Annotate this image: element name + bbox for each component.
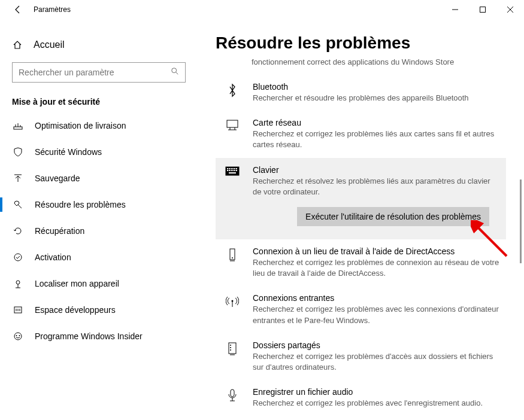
page-title: Résoudre les problèmes (216, 34, 506, 53)
network-adapter-icon (222, 118, 243, 150)
troubleshooter-desc: Recherchez et résolvez les problèmes lié… (253, 176, 500, 197)
antenna-icon (222, 293, 243, 325)
svg-rect-32 (229, 343, 236, 354)
location-icon (12, 279, 24, 288)
svg-point-10 (14, 333, 22, 340)
keyboard-icon (222, 165, 243, 232)
home-label: Accueil (34, 39, 65, 50)
home-button[interactable]: Accueil (0, 36, 198, 56)
sidebar-item-label: Sauvegarde (35, 174, 80, 183)
svg-point-34 (230, 347, 231, 348)
sidebar: Accueil Mise à jour et sécurité Optimisa… (0, 19, 198, 420)
svg-rect-6 (14, 127, 22, 129)
svg-point-12 (19, 335, 20, 336)
svg-rect-22 (229, 170, 230, 171)
troubleshooter-item-directaccess[interactable]: Connexion à un lieu de travail à l'aide … (216, 239, 506, 286)
svg-rect-21 (227, 170, 228, 171)
troubleshooter-desc: Recherchez et corrigez les problèmes d'a… (253, 351, 500, 373)
svg-point-33 (230, 345, 231, 346)
troubleshooter-title: Carte réseau (253, 118, 500, 127)
svg-rect-19 (234, 168, 235, 169)
svg-rect-24 (232, 170, 234, 171)
troubleshooter-desc: Recherchez et corrigez les problèmes lié… (253, 129, 500, 150)
svg-point-4 (172, 68, 177, 73)
sidebar-item-label: Sécurité Windows (35, 147, 102, 157)
close-button[interactable] (496, 0, 524, 19)
troubleshooter-item-network-adapter[interactable]: Carte réseau Recherchez et corrigez les … (216, 111, 506, 157)
recovery-icon (12, 226, 24, 236)
troubleshooter-title: Dossiers partagés (253, 340, 500, 350)
troubleshooter-title: Connexion à un lieu de travail à l'aide … (253, 246, 500, 256)
run-troubleshooter-button[interactable]: Exécuter l'utilitaire de résolution des … (297, 207, 489, 226)
backup-icon (12, 174, 24, 183)
titlebar: Paramètres (0, 0, 524, 19)
svg-rect-26 (236, 170, 237, 171)
svg-point-7 (14, 254, 22, 261)
troubleshooter-desc: Rechercher et résoudre les problèmes des… (253, 93, 500, 104)
sidebar-item-label: Localiser mon appareil (35, 279, 119, 288)
svg-rect-27 (229, 172, 236, 174)
sidebar-item-label: Espace développeurs (35, 305, 116, 315)
search-field[interactable] (19, 68, 171, 77)
sidebar-item-recovery[interactable]: Récupération (0, 218, 198, 244)
sidebar-item-delivery-optimization[interactable]: Optimisation de livraison (0, 112, 198, 139)
svg-rect-16 (229, 168, 230, 169)
shared-folders-icon (222, 340, 243, 373)
troubleshooter-item-recording-audio[interactable]: Enregistrer un fichier audio Recherchez … (216, 380, 506, 416)
sidebar-item-label: Récupération (35, 226, 84, 236)
delivery-icon (12, 121, 24, 130)
bluetooth-icon (222, 82, 243, 104)
sidebar-item-backup[interactable]: Sauvegarde (0, 165, 198, 191)
troubleshooter-title: Enregistrer un fichier audio (253, 387, 500, 397)
svg-rect-25 (234, 170, 235, 171)
home-icon (12, 40, 23, 50)
search-input[interactable] (12, 62, 186, 83)
main-content: Résoudre les problèmes fonctionnement co… (198, 19, 524, 420)
svg-point-35 (230, 349, 231, 351)
svg-rect-1 (480, 7, 486, 13)
back-button[interactable] (10, 5, 26, 14)
sidebar-item-find-my-device[interactable]: Localiser mon appareil (0, 270, 198, 297)
troubleshooter-title: Clavier (253, 165, 500, 175)
troubleshooter-desc: Recherchez et corrigez les problèmes ave… (253, 304, 500, 325)
shield-icon (12, 147, 24, 157)
troubleshooter-title: Connexions entrantes (253, 293, 500, 303)
maximize-button[interactable] (469, 0, 496, 19)
window-title: Paramètres (34, 5, 71, 14)
svg-rect-20 (236, 168, 237, 169)
sidebar-item-windows-security[interactable]: Sécurité Windows (0, 139, 198, 165)
microphone-icon (222, 387, 243, 409)
sidebar-item-label: Programme Windows Insider (35, 331, 143, 341)
directaccess-icon (222, 246, 243, 279)
troubleshooter-item-incoming-connections[interactable]: Connexions entrantes Recherchez et corri… (216, 286, 506, 333)
troubleshooter-item-shared-folders[interactable]: Dossiers partagés Recherchez et corrigez… (216, 333, 506, 380)
scrollbar[interactable] (520, 179, 522, 263)
troubleshooter-item-bluetooth[interactable]: Bluetooth Rechercher et résoudre les pro… (216, 75, 506, 111)
developers-icon (12, 305, 24, 315)
svg-point-29 (232, 257, 233, 258)
svg-rect-23 (231, 170, 232, 171)
sidebar-item-troubleshoot[interactable]: Résoudre les problèmes (0, 191, 198, 218)
insider-icon (12, 331, 24, 341)
svg-rect-13 (227, 120, 238, 127)
svg-rect-36 (231, 389, 234, 397)
svg-point-8 (16, 281, 20, 284)
activation-icon (12, 252, 24, 262)
svg-rect-15 (227, 168, 228, 169)
sidebar-item-label: Résoudre les problèmes (35, 200, 126, 209)
search-icon (171, 67, 179, 78)
sidebar-item-label: Optimisation de livraison (35, 121, 126, 130)
troubleshooter-title: Bluetooth (253, 82, 500, 92)
sidebar-item-activation[interactable]: Activation (0, 244, 198, 270)
svg-point-11 (16, 335, 17, 336)
nav-list: Optimisation de livraison Sécurité Windo… (0, 112, 198, 349)
sidebar-item-for-developers[interactable]: Espace développeurs (0, 297, 198, 323)
sidebar-item-label: Activation (35, 252, 71, 262)
troubleshooter-desc: Recherchez et corrigez les problèmes de … (253, 257, 500, 279)
page-subdesc: fonctionnement correct des applications … (252, 57, 506, 66)
sidebar-item-windows-insider[interactable]: Programme Windows Insider (0, 323, 198, 349)
troubleshoot-icon (12, 200, 24, 209)
minimize-button[interactable] (441, 0, 469, 19)
troubleshooter-item-keyboard[interactable]: Clavier Recherchez et résolvez les probl… (216, 158, 506, 239)
svg-rect-18 (232, 168, 234, 169)
